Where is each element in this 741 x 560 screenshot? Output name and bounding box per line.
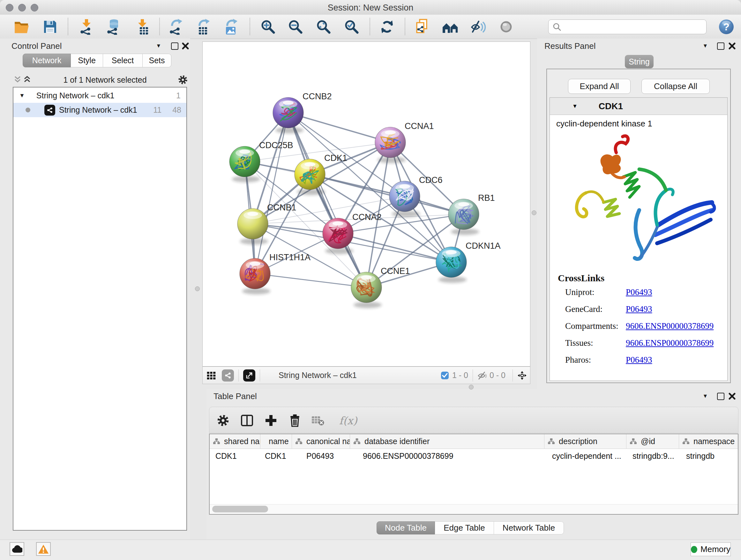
birdseye-toggle-button[interactable]: [517, 371, 527, 380]
scrollbar-thumb[interactable]: [212, 506, 268, 512]
warnings-button[interactable]: [36, 542, 51, 556]
network-node-CCNB2[interactable]: [273, 98, 304, 133]
tab-string[interactable]: String: [625, 55, 654, 68]
memory-button[interactable]: Memory: [690, 543, 731, 556]
network-node-CDKN1A[interactable]: [436, 247, 467, 283]
tab-select[interactable]: Select: [103, 54, 143, 67]
column-header-id[interactable]: @id: [626, 434, 679, 449]
zoom-selected-button[interactable]: [342, 17, 361, 37]
selected-nodes-checkbox[interactable]: [440, 371, 450, 380]
network-view-toolbar: String Network – cdk1 1 - 0 0 - 0: [202, 367, 530, 384]
column-header-namespace[interactable]: namespace: [679, 434, 738, 449]
zoom-fit-button[interactable]: [314, 17, 333, 37]
export-network-button[interactable]: [166, 17, 185, 37]
results-panel-close-button[interactable]: [727, 41, 737, 51]
import-table-from-file-button[interactable]: [133, 17, 151, 37]
network-node-HIST1H1A[interactable]: [240, 258, 270, 294]
table-options-button[interactable]: [214, 412, 232, 429]
splitter-handle[interactable]: [532, 210, 536, 215]
network-node-CCNB1[interactable]: [238, 208, 268, 245]
tree-expander-icon[interactable]: ▼: [19, 92, 25, 99]
export-table-button[interactable]: [194, 17, 212, 37]
hidden-elements-button[interactable]: [477, 371, 487, 380]
column-header-canonical-name[interactable]: canonical name: [292, 434, 350, 449]
network-node-CDC6[interactable]: [389, 181, 420, 217]
zoom-out-button[interactable]: [286, 17, 305, 37]
hide-selected-button[interactable]: [469, 17, 488, 37]
control-panel-maximize-button[interactable]: [170, 41, 179, 51]
network-node-CCNA2[interactable]: [323, 218, 353, 254]
column-header-database-identifier[interactable]: database identifier: [350, 434, 544, 449]
network-node-CCNE1[interactable]: [351, 272, 382, 308]
network-edge-count: 48: [172, 105, 181, 115]
network-node-CCNA1[interactable]: [375, 127, 406, 163]
column-header-shared-name[interactable]: shared name: [210, 434, 260, 449]
network-node-CDC25B[interactable]: [229, 146, 260, 182]
crosslink-link[interactable]: P06493: [626, 355, 652, 365]
import-network-from-database-button[interactable]: [104, 17, 123, 37]
show-columns-button[interactable]: [238, 412, 256, 429]
import-network-from-file-button[interactable]: [77, 17, 96, 37]
apply-layout-button[interactable]: [378, 17, 396, 37]
results-panel-maximize-button[interactable]: [716, 41, 725, 51]
crosslink-link[interactable]: P06493: [626, 287, 652, 297]
table-panel-close-button[interactable]: [727, 391, 737, 401]
network-options-button[interactable]: [178, 75, 188, 84]
splitter-handle[interactable]: [469, 385, 474, 389]
first-neighbors-button[interactable]: [441, 17, 460, 37]
delete-table-button[interactable]: [309, 412, 327, 429]
expand-all-networks-button[interactable]: [22, 75, 32, 84]
crosslink-label: Tissues:: [565, 338, 626, 348]
gene-card-header[interactable]: ▼ CDK1: [550, 98, 727, 115]
control-panel-float-button[interactable]: ▼: [154, 41, 163, 51]
tab-node-table[interactable]: Node Table: [377, 521, 435, 535]
tab-style[interactable]: Style: [71, 54, 103, 67]
create-column-button[interactable]: [262, 412, 280, 429]
search-input[interactable]: [564, 22, 706, 32]
collapse-all-networks-button[interactable]: [13, 75, 22, 84]
network-view-canvas[interactable]: CCNB2CCNA1CDC25BCDK1CDC6RB1CCNB1CCNA2CDK…: [202, 42, 530, 367]
collapse-section-icon[interactable]: ▼: [572, 103, 578, 110]
graphics-details-button[interactable]: [497, 17, 515, 37]
network-edge[interactable]: [255, 113, 288, 273]
open-session-button[interactable]: [12, 17, 31, 37]
column-header-name[interactable]: name: [260, 434, 292, 449]
network-edge[interactable]: [255, 273, 366, 287]
crosslink-link[interactable]: 9606.ENSP00000378699: [626, 321, 714, 331]
string-style-button[interactable]: [222, 369, 234, 381]
collapse-all-button[interactable]: Collapse All: [642, 79, 710, 94]
crosshair-icon: [517, 369, 527, 382]
splitter-handle[interactable]: [195, 287, 200, 291]
export-image-button[interactable]: [222, 17, 240, 37]
control-panel-close-button[interactable]: [181, 41, 190, 51]
network-edge[interactable]: [288, 113, 390, 142]
table-panel-float-button[interactable]: ▼: [700, 391, 710, 401]
tab-network-table[interactable]: Network Table: [494, 521, 564, 535]
function-builder-button[interactable]: f(x): [334, 412, 362, 429]
cloud-status-button[interactable]: [10, 542, 24, 556]
network-row[interactable]: String Network – cdk1 11 48: [13, 103, 186, 117]
birdseye-grid-button[interactable]: [206, 371, 216, 380]
network-node-RB1[interactable]: [448, 199, 479, 235]
save-session-button[interactable]: [41, 17, 59, 37]
network-status-dot-icon: [25, 108, 30, 112]
network-collection-row[interactable]: ▼ String Network – cdk1 1: [13, 88, 186, 103]
table-panel-maximize-button[interactable]: [716, 391, 725, 401]
network-node-CDK1[interactable]: [294, 159, 325, 195]
new-network-from-selection-button[interactable]: [413, 17, 431, 37]
tab-edge-table[interactable]: Edge Table: [435, 521, 494, 535]
results-panel-float-button[interactable]: ▼: [700, 41, 710, 51]
zoom-in-button[interactable]: [259, 17, 277, 37]
table-cell: 9606.ENSP00000378699: [350, 449, 544, 463]
delete-column-button[interactable]: [286, 412, 304, 429]
table-row[interactable]: CDK1CDK1P064939606.ENSP00000378699cyclin…: [210, 449, 738, 463]
tab-network[interactable]: Network: [23, 54, 71, 67]
tab-sets[interactable]: Sets: [143, 54, 172, 67]
crosslink-link[interactable]: P06493: [626, 304, 652, 314]
open-in-browser-button[interactable]: [243, 369, 255, 381]
crosslink-link[interactable]: 9606.ENSP00000378699: [626, 338, 714, 348]
expand-all-button[interactable]: Expand All: [568, 79, 630, 94]
column-header-description[interactable]: description: [544, 434, 626, 449]
horizontal-scrollbar[interactable]: [210, 504, 738, 514]
help-button[interactable]: ?: [717, 17, 736, 37]
